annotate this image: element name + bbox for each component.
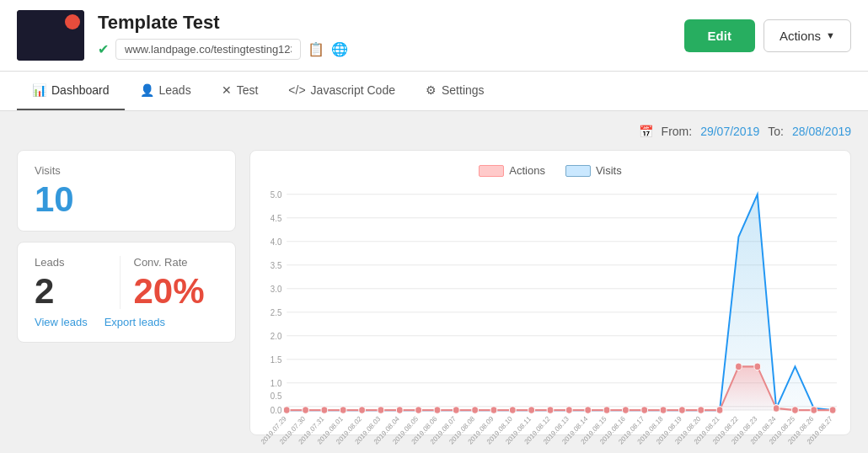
globe-icon[interactable]: 🌐 — [331, 41, 348, 57]
svg-point-41 — [641, 407, 648, 414]
visits-label: Visits — [35, 164, 218, 177]
svg-point-25 — [340, 407, 346, 414]
code-icon: </> — [288, 83, 305, 97]
svg-point-45 — [716, 407, 723, 414]
content: 📅 From: 29/07/2019 To: 28/08/2019 Visits… — [0, 111, 868, 449]
svg-point-29 — [415, 407, 422, 414]
url-input[interactable] — [115, 39, 301, 60]
svg-point-37 — [565, 407, 572, 414]
svg-point-36 — [547, 407, 554, 414]
svg-point-26 — [359, 407, 366, 414]
svg-point-51 — [829, 407, 836, 414]
caret-icon: ▼ — [826, 30, 835, 40]
svg-text:5.0: 5.0 — [271, 190, 282, 200]
svg-point-31 — [453, 407, 459, 414]
leads-label: Leads — [35, 256, 120, 269]
svg-point-40 — [622, 407, 629, 414]
tab-dashboard-label: Dashboard — [51, 83, 110, 97]
leads-conv-card: Leads 2 Conv. Rate 20% View leads Export… — [17, 242, 236, 343]
conv-value: 20% — [134, 274, 219, 309]
svg-point-28 — [396, 407, 403, 414]
legend-actions-label: Actions — [509, 164, 545, 177]
user-icon: 👤 — [140, 83, 154, 97]
chart-panel: Actions Visits 5.0 4.5 4.0 3.5 3.0 — [249, 150, 851, 435]
legend-visits-color — [565, 165, 591, 177]
page-title: Template Test — [98, 12, 671, 34]
url-row: ✔ 📋 🌐 — [98, 39, 671, 60]
stat-row: Leads 2 Conv. Rate 20% — [35, 256, 218, 309]
left-panel: Visits 10 Leads 2 Conv. Rate 20% View le… — [17, 150, 236, 435]
actions-area — [287, 366, 833, 410]
svg-point-48 — [773, 405, 780, 413]
legend-actions-color — [479, 165, 504, 177]
copy-icon[interactable]: 📋 — [308, 41, 324, 57]
svg-text:1.0: 1.0 — [271, 379, 282, 389]
to-label: To: — [768, 125, 784, 138]
svg-text:3.5: 3.5 — [271, 261, 282, 271]
tab-leads-label: Leads — [159, 83, 191, 97]
leads-links: View leads Export leads — [35, 316, 218, 328]
date-to[interactable]: 28/08/2019 — [792, 125, 851, 138]
check-icon: ✔ — [98, 41, 109, 57]
svg-text:1.5: 1.5 — [271, 355, 282, 365]
tab-javascript[interactable]: </> Javascript Code — [273, 72, 410, 110]
tab-dashboard[interactable]: 📊 Dashboard — [17, 72, 125, 110]
svg-point-46 — [736, 363, 742, 370]
svg-point-43 — [679, 407, 686, 414]
chart-svg: 5.0 4.5 4.0 3.5 3.0 2.5 2.0 1.5 1.0 0.5 … — [264, 185, 837, 421]
from-label: From: — [662, 125, 693, 138]
svg-text:3.0: 3.0 — [271, 285, 282, 295]
leads-stat: Leads 2 — [35, 256, 120, 309]
chart-legend: Actions Visits — [264, 164, 837, 177]
conv-stat: Conv. Rate 20% — [120, 256, 219, 309]
chart-icon: 📊 — [32, 83, 46, 97]
gear-icon: ⚙ — [426, 83, 437, 97]
svg-text:2.0: 2.0 — [271, 332, 282, 342]
svg-point-38 — [585, 407, 592, 414]
nav-tabs: 📊 Dashboard 👤 Leads ✕ Test </> Javascrip… — [0, 72, 868, 111]
test-icon: ✕ — [222, 83, 232, 97]
tab-leads[interactable]: 👤 Leads — [125, 72, 206, 110]
date-filter: 📅 From: 29/07/2019 To: 28/08/2019 — [17, 125, 851, 138]
edit-button[interactable]: Edit — [684, 19, 755, 52]
chart-area: 5.0 4.5 4.0 3.5 3.0 2.5 2.0 1.5 1.0 0.5 … — [264, 185, 837, 421]
svg-point-47 — [754, 363, 761, 370]
svg-point-33 — [490, 407, 497, 414]
page-info: Template Test ✔ 📋 🌐 — [98, 12, 671, 60]
top-bar: Template Test ✔ 📋 🌐 Edit Actions ▼ — [0, 0, 868, 72]
date-from[interactable]: 29/07/2019 — [700, 125, 759, 138]
dashboard-body: Visits 10 Leads 2 Conv. Rate 20% View le… — [17, 150, 851, 435]
top-actions: Edit Actions ▼ — [684, 19, 851, 52]
leads-value: 2 — [35, 274, 120, 309]
svg-text:4.0: 4.0 — [271, 237, 282, 248]
export-leads-link[interactable]: Export leads — [104, 316, 165, 328]
tab-settings[interactable]: ⚙ Settings — [410, 72, 500, 110]
tab-javascript-label: Javascript Code — [311, 83, 395, 97]
svg-point-42 — [660, 407, 667, 414]
y-axis: 5.0 4.5 4.0 3.5 3.0 2.5 2.0 1.5 1.0 0.5 … — [271, 190, 282, 416]
calendar-icon[interactable]: 📅 — [639, 125, 653, 138]
conv-label: Conv. Rate — [134, 256, 219, 269]
svg-point-50 — [811, 407, 817, 414]
legend-actions: Actions — [479, 164, 545, 177]
svg-point-24 — [321, 407, 328, 414]
svg-point-27 — [378, 407, 384, 414]
visits-value: 10 — [35, 182, 218, 217]
actions-button[interactable]: Actions ▼ — [764, 19, 851, 52]
tab-test[interactable]: ✕ Test — [206, 72, 274, 110]
actions-label: Actions — [780, 29, 821, 43]
svg-point-49 — [792, 407, 799, 414]
page-thumbnail — [17, 10, 84, 61]
svg-text:0.0: 0.0 — [271, 406, 282, 416]
svg-point-22 — [283, 407, 290, 414]
tab-settings-label: Settings — [442, 83, 485, 97]
svg-point-32 — [472, 407, 479, 414]
view-leads-link[interactable]: View leads — [35, 316, 88, 328]
x-labels: 2019.07.29 2019.07.30 2019.07.31 2019.08… — [260, 414, 834, 445]
svg-point-30 — [434, 407, 441, 414]
svg-text:2.5: 2.5 — [271, 308, 282, 318]
svg-text:0.5: 0.5 — [271, 392, 282, 402]
svg-point-39 — [603, 407, 610, 414]
svg-text:4.5: 4.5 — [271, 214, 282, 224]
tab-test-label: Test — [237, 83, 259, 97]
